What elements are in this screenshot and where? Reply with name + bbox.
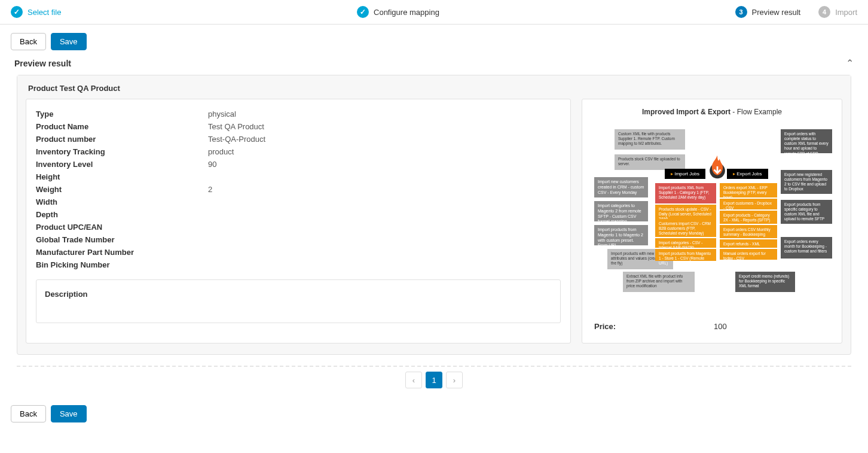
attribute-row: Width	[36, 196, 561, 208]
attribute-row: Manufacturer Part Number	[36, 246, 561, 259]
description-box: Description	[36, 279, 561, 323]
step-label: Import	[835, 8, 857, 17]
step-configure-mapping[interactable]: Configure mapping	[357, 6, 439, 18]
attribute-label: Type	[36, 110, 208, 118]
attribute-row: Weight2	[36, 183, 561, 196]
diagram-node: Manual orders export for today - CSV	[720, 249, 777, 260]
back-button[interactable]: Back	[11, 33, 46, 50]
description-label: Description	[45, 290, 552, 299]
attribute-label: Depth	[36, 210, 208, 219]
diagram-node: Customers import CSV - CRM B2B customers…	[655, 219, 716, 237]
diagram-node: Import new customers created in CRM - cu…	[594, 177, 648, 197]
diagram-node: Import products XML from Supplier 1 - Ca…	[655, 183, 716, 203]
preview-card: Product Test QA Product TypephysicalProd…	[17, 75, 851, 355]
flow-diagram: ▸ Import Jobs ▸ Export Jobs Custom XML f…	[589, 124, 836, 310]
save-button[interactable]: Save	[51, 405, 87, 422]
section-title: Preview result	[14, 59, 71, 68]
diagram-node: Custom XML file with products Supplier 1…	[615, 129, 685, 150]
diagram-node: Export customers - Dropbox - CSV	[720, 199, 777, 209]
attribute-value: 90	[208, 160, 216, 169]
fire-icon	[704, 153, 731, 180]
top-toolbar: Back Save	[0, 25, 868, 54]
attribute-row: Inventory Trackingproduct	[36, 145, 561, 158]
diagram-node: Import categories to Magento 2 from remo…	[594, 201, 648, 221]
attribute-label: Global Trade Number	[36, 235, 208, 244]
diagram-node: Export orders with complete status to cu…	[781, 129, 832, 153]
diagram-title: Improved Import & Export - Flow Example	[589, 108, 835, 116]
attribute-row: Global Trade Number	[36, 233, 561, 246]
page-button-1[interactable]: 1	[426, 372, 442, 388]
diagram-node: Export products - Category 2X - XML - Re…	[720, 211, 777, 224]
section-header: Preview result ⌃	[0, 54, 868, 75]
wizard-stepper: Select file Configure mapping 3 Preview …	[0, 0, 868, 25]
product-image-panel: Improved Import & Export - Flow Example …	[582, 99, 842, 343]
diagram-node: Import products from Magento 1 - Store 1…	[655, 249, 716, 261]
diagram-node: Extract XML file with product info from …	[623, 272, 695, 292]
diagram-node: Orders export XML - ERP Bookkeeping (FTP…	[720, 183, 777, 197]
diagram-node: Import products from Magento 1 to Magent…	[594, 225, 648, 245]
step-import: 4 Import	[818, 6, 857, 18]
diagram-node: Export credit memo (refunds) for Bookkee…	[735, 272, 795, 292]
price-row: Price: 100	[589, 318, 835, 335]
back-button[interactable]: Back	[11, 405, 46, 422]
attribute-label: Manufacturer Part Number	[36, 248, 208, 257]
attribute-label: Product number	[36, 135, 208, 144]
price-value: 100	[714, 322, 727, 331]
step-label: Preview result	[752, 8, 801, 17]
diagram-node: Products stock update - CSV - Daily (Loc…	[655, 205, 716, 219]
attribute-row: Inventory Level90	[36, 158, 561, 171]
chevron-up-icon[interactable]: ⌃	[846, 57, 854, 69]
attribute-label: Product UPC/EAN	[36, 223, 208, 232]
diagram-node: Export products from specific category t…	[781, 200, 832, 224]
attribute-value: product	[208, 147, 234, 156]
attribute-row: Depth	[36, 208, 561, 221]
save-button[interactable]: Save	[51, 33, 87, 50]
check-icon	[11, 6, 23, 18]
prev-page-button[interactable]: ‹	[405, 372, 422, 388]
attribute-value: physical	[208, 110, 236, 118]
attribute-value: Test-QA-Product	[208, 135, 265, 144]
attribute-value: Test QA Product	[208, 122, 264, 131]
pagination: ‹ 1 ›	[0, 367, 868, 397]
attribute-value: 2	[208, 185, 212, 194]
attribute-row: Product NameTest QA Product	[36, 120, 561, 133]
price-label: Price:	[594, 322, 714, 331]
next-page-button[interactable]: ›	[446, 372, 463, 388]
attribute-row: Product UPC/EAN	[36, 221, 561, 233]
attribute-label: Weight	[36, 185, 208, 194]
step-select-file[interactable]: Select file	[11, 6, 61, 18]
diagram-node: Export orders every month for Bookkeepin…	[781, 237, 832, 259]
step-number-icon: 4	[818, 6, 830, 18]
attribute-row: Height	[36, 171, 561, 183]
check-icon	[357, 6, 369, 18]
attribute-label: Height	[36, 172, 208, 181]
attribute-label: Product Name	[36, 122, 208, 131]
import-jobs-label: ▸ Import Jobs	[665, 169, 705, 179]
attribute-label: Width	[36, 197, 208, 206]
diagram-node: Export orders CSV Monthly summary - Book…	[720, 225, 777, 238]
attribute-label: Bin Picking Number	[36, 260, 208, 269]
step-number-icon: 3	[735, 6, 747, 18]
step-label: Configure mapping	[374, 8, 439, 17]
step-label: Select file	[27, 8, 61, 17]
attribute-label: Inventory Tracking	[36, 147, 208, 156]
diagram-node: Import categories - CSV - Internal SAP (…	[655, 238, 716, 248]
attribute-label: Inventory Level	[36, 160, 208, 169]
card-title: Product Test QA Product	[17, 75, 851, 99]
export-jobs-label: ▸ Export Jobs	[727, 169, 768, 179]
attribute-row: Product numberTest-QA-Product	[36, 133, 561, 145]
product-details-panel: TypephysicalProduct NameTest QA ProductP…	[26, 99, 571, 343]
attribute-row: Bin Picking Number	[36, 259, 561, 271]
diagram-node: Export new registered customers from Mag…	[781, 170, 832, 194]
step-preview-result[interactable]: 3 Preview result	[735, 6, 801, 18]
bottom-toolbar: Back Save	[0, 397, 868, 431]
diagram-node: Export refunds - XML	[720, 239, 777, 248]
attribute-row: Typephysical	[36, 108, 561, 120]
